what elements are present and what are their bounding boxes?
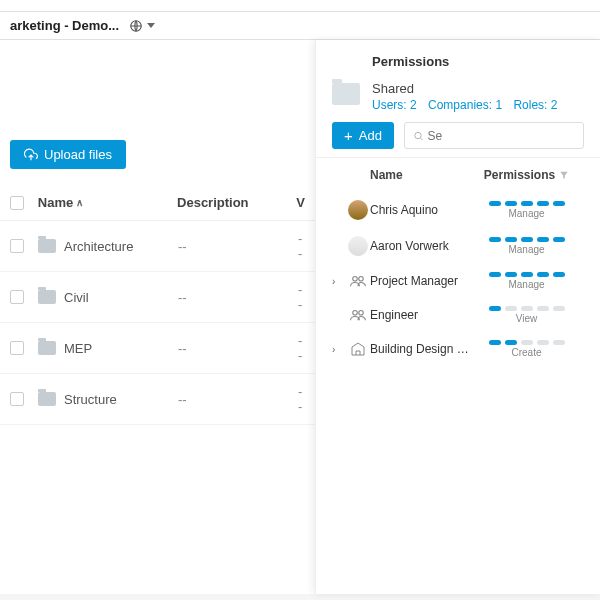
folder-icon (38, 392, 56, 406)
permission-name: Building Design Pr... (370, 342, 469, 356)
upload-files-button[interactable]: Upload files (10, 140, 126, 169)
table-row[interactable]: Architecture -- -- (0, 221, 315, 272)
svg-point-3 (359, 277, 364, 282)
permission-indicator[interactable]: Manage (469, 237, 584, 255)
permission-name: Aaron Vorwerk (370, 239, 469, 253)
permission-dot (553, 340, 565, 345)
column-description[interactable]: Description (177, 195, 296, 210)
svg-point-5 (359, 311, 364, 316)
panel-header: Permissions Shared Users: 2 Companies: 1… (316, 40, 600, 122)
permission-dot (505, 340, 517, 345)
permissions-list: Chris AquinoManageAaron VorwerkManage›Pr… (316, 192, 600, 366)
panel-title: Permissions (372, 54, 584, 69)
user-avatar (348, 200, 368, 220)
table-row[interactable]: MEP -- -- (0, 323, 315, 374)
row-version: -- (298, 384, 305, 414)
permission-name: Chris Aquino (370, 203, 469, 217)
permission-dot (521, 306, 533, 311)
permission-indicator[interactable]: Create (469, 340, 584, 358)
permission-indicator[interactable]: Manage (469, 272, 584, 290)
row-checkbox[interactable] (10, 341, 24, 355)
permission-dot (553, 201, 565, 206)
permission-dot (537, 272, 549, 277)
folder-table: Name∧ Description V Architecture -- -- C… (0, 185, 315, 425)
expand-arrow-icon[interactable]: › (332, 344, 346, 355)
permission-row[interactable]: EngineerView (316, 298, 600, 332)
folder-name: Civil (64, 290, 89, 305)
row-description: -- (178, 239, 298, 254)
permission-indicator[interactable]: View (469, 306, 584, 324)
permission-name: Project Manager (370, 274, 469, 288)
folder-name: Structure (64, 392, 117, 407)
permission-dot (521, 272, 533, 277)
svg-point-4 (353, 311, 358, 316)
permission-level-label: Manage (508, 279, 544, 290)
permission-dot (537, 306, 549, 311)
folder-icon (38, 290, 56, 304)
row-description: -- (178, 392, 298, 407)
table-row[interactable]: Structure -- -- (0, 374, 315, 425)
stat-users[interactable]: Users: 2 (372, 98, 417, 112)
chevron-down-icon (147, 23, 155, 28)
file-browser: Upload files Name∧ Description V Archite… (0, 40, 315, 594)
permission-row[interactable]: Chris AquinoManage (316, 192, 600, 228)
visibility-selector[interactable] (129, 19, 155, 33)
row-checkbox[interactable] (10, 290, 24, 304)
permission-level-label: Create (511, 347, 541, 358)
filter-icon (559, 170, 569, 180)
panel-folder-name: Shared (372, 81, 565, 96)
building-icon (346, 341, 370, 357)
folder-name: MEP (64, 341, 92, 356)
folder-icon (38, 341, 56, 355)
stat-companies[interactable]: Companies: 1 (428, 98, 502, 112)
folder-icon (38, 239, 56, 253)
permission-dot (537, 237, 549, 242)
permission-dot (553, 306, 565, 311)
permission-dot (537, 340, 549, 345)
column-name[interactable]: Name∧ (38, 195, 177, 210)
title-bar: arketing - Demo... (0, 12, 600, 40)
permission-dot (489, 201, 501, 206)
row-description: -- (178, 341, 298, 356)
row-version: -- (298, 231, 305, 261)
row-version: -- (298, 333, 305, 363)
select-all-checkbox[interactable] (10, 196, 24, 210)
row-checkbox[interactable] (10, 392, 24, 406)
user-avatar (348, 236, 368, 256)
search-icon (413, 130, 424, 142)
cloud-upload-icon (24, 148, 38, 162)
perm-column-name[interactable]: Name (370, 168, 469, 182)
permission-dot (505, 272, 517, 277)
permission-name: Engineer (370, 308, 469, 322)
perm-column-permissions[interactable]: Permissions (469, 168, 584, 182)
column-version[interactable]: V (296, 195, 305, 210)
permission-dot (505, 306, 517, 311)
search-input[interactable] (427, 129, 575, 143)
search-box[interactable] (404, 122, 584, 149)
svg-point-2 (353, 277, 358, 282)
sort-asc-icon: ∧ (76, 197, 83, 208)
permissions-table-header: Name Permissions (316, 158, 600, 192)
add-permission-button[interactable]: + Add (332, 122, 394, 149)
top-strip (0, 0, 600, 12)
svg-point-1 (415, 132, 421, 138)
expand-arrow-icon[interactable]: › (332, 276, 346, 287)
row-description: -- (178, 290, 298, 305)
permission-row[interactable]: ›Building Design Pr...Create (316, 332, 600, 366)
permission-dot (489, 272, 501, 277)
permission-dot (489, 237, 501, 242)
add-label: Add (359, 128, 382, 143)
permission-dot (489, 306, 501, 311)
project-title: arketing - Demo... (10, 18, 119, 33)
upload-label: Upload files (44, 147, 112, 162)
row-checkbox[interactable] (10, 239, 24, 253)
role-icon (346, 308, 370, 322)
folder-icon (332, 83, 360, 105)
permission-indicator[interactable]: Manage (469, 201, 584, 219)
permission-row[interactable]: Aaron VorwerkManage (316, 228, 600, 264)
stat-roles[interactable]: Roles: 2 (513, 98, 557, 112)
table-row[interactable]: Civil -- -- (0, 272, 315, 323)
role-icon (346, 274, 370, 288)
permission-dot (537, 201, 549, 206)
permission-row[interactable]: ›Project ManagerManage (316, 264, 600, 298)
